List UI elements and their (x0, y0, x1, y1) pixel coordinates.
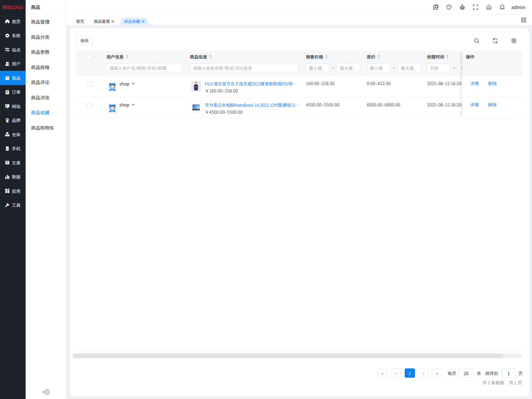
row-checkbox[interactable] (87, 81, 92, 86)
refresh-icon[interactable] (492, 38, 498, 44)
original-price-value: 0.00-422.00 (367, 80, 391, 86)
column-header-product[interactable]: 商品信息 (190, 54, 212, 60)
tab-product-manage[interactable]: 商品管理 (90, 18, 118, 25)
submenu-item-product-comments[interactable]: 商品评论 (26, 75, 66, 90)
rail-item-mobile[interactable]: 手机 (0, 142, 26, 156)
rail-item-website[interactable]: 网站 (0, 99, 26, 113)
sale-price-value: 4500.00-5500.00 (306, 101, 339, 108)
column-header-created-time[interactable]: 创建时间 (427, 54, 449, 60)
rail-item-system[interactable]: 系统 (0, 29, 26, 43)
created-start-input[interactable] (427, 64, 451, 72)
table-tools (474, 38, 517, 44)
home-icon[interactable] (486, 4, 492, 10)
tab-list-icon[interactable] (521, 17, 526, 23)
product-image-laptop (191, 102, 201, 113)
submenu-item-product-category[interactable]: 商品分类 (26, 30, 66, 45)
submenu-item-product-favorites[interactable]: 商品收藏 (26, 105, 66, 120)
original-price-min-input[interactable] (367, 64, 390, 72)
user-filter-input[interactable] (106, 64, 182, 72)
settings-icon[interactable] (511, 38, 517, 44)
chevron-down-icon[interactable] (132, 104, 135, 106)
collapse-sidebar-button[interactable] (43, 389, 50, 395)
sale-price-max-input[interactable] (337, 64, 360, 72)
rail-item-products[interactable]: 商品 (0, 71, 26, 85)
rail-item-label: 首页 (12, 19, 20, 24)
product-image-dress (191, 81, 201, 91)
detail-link[interactable]: 详情 (470, 101, 479, 108)
last-page-button[interactable]: » (432, 368, 442, 378)
palette-icon[interactable] (446, 4, 452, 10)
prev-page-button[interactable]: ‹ (391, 368, 401, 378)
tab-product-favorites[interactable]: 商品收藏 (121, 18, 148, 25)
rail-item-brand[interactable]: 品牌 (0, 113, 26, 128)
sort-carets-icon[interactable] (209, 55, 212, 59)
next-page-button[interactable]: › (418, 368, 429, 378)
delete-link[interactable]: 删除 (488, 101, 497, 108)
translate-icon[interactable] (433, 4, 439, 10)
secondary-sidebar: 商品 商品管理 商品分类 商品参数 商品规格 商品评论 商品浏览 商品收藏 商品… (26, 0, 66, 399)
total-pages-label: 共 1 页 (509, 379, 522, 386)
sort-carets-icon[interactable] (126, 55, 128, 59)
rail-item-label: 数据 (12, 175, 20, 179)
submenu-item-product-manage[interactable]: 商品管理 (26, 14, 66, 30)
rail-item-articles[interactable]: 文章 (0, 156, 26, 170)
select-all-checkbox[interactable] (87, 54, 92, 60)
column-header-user[interactable]: 用户信息 (106, 54, 128, 60)
page-1-button[interactable]: 1 (405, 368, 415, 378)
original-price-max-input[interactable] (398, 64, 421, 72)
row-actions: 详情 删除 (462, 97, 522, 119)
submenu-item-product-cart[interactable]: 商品购物车 (26, 120, 66, 136)
detail-link[interactable]: 详情 (470, 80, 479, 86)
product-link[interactable]: 华为笔记本电脑MateBook 14 2023 13代酷睿版 i5… (205, 102, 299, 108)
column-header-sale-price[interactable]: 销售价格 (306, 54, 328, 60)
submenu-item-product-params[interactable]: 商品参数 (26, 45, 66, 60)
delete-link[interactable]: 删除 (488, 80, 497, 86)
search-icon[interactable] (474, 38, 479, 44)
per-page-label: 每页 (448, 370, 456, 376)
row-username: shop (119, 102, 129, 107)
rail-item-data[interactable]: 数据 (0, 170, 26, 184)
rail-item-label: 工具 (12, 203, 20, 207)
rail-item-label: 网站 (12, 104, 20, 108)
sale-price-min-input[interactable] (306, 64, 330, 72)
close-icon[interactable] (111, 20, 114, 23)
horizontal-scrollbar[interactable] (72, 353, 522, 358)
row-actions: 详情 删除 (462, 76, 522, 97)
rail-item-apps[interactable]: 应用 (0, 184, 26, 198)
main-area: admin 首页 商品管理 商品收藏 删除 (66, 0, 532, 399)
page-content: 删除 用户信息 商品信息 (66, 25, 532, 399)
per-page-input[interactable] (459, 368, 473, 378)
column-header-original-price[interactable]: 原价 (367, 54, 380, 60)
product-price: ¥160.00-258.00 (205, 87, 238, 94)
sort-carets-icon[interactable] (446, 55, 449, 59)
sort-carets-icon[interactable] (325, 55, 328, 59)
user-icon (5, 62, 10, 66)
rail-item-home[interactable]: 首页 (0, 14, 26, 29)
chevron-down-icon[interactable] (132, 82, 135, 84)
sort-carets-icon[interactable] (377, 55, 380, 59)
user-avatar (107, 102, 118, 113)
first-page-button[interactable]: « (377, 368, 388, 378)
row-checkbox[interactable] (87, 102, 92, 108)
batch-delete-button[interactable]: 删除 (76, 35, 93, 45)
rail-item-users[interactable]: 用户 (0, 57, 26, 71)
site-logo[interactable]: 网站LOGO (0, 0, 26, 14)
rail-item-warehouse[interactable]: 仓库 (0, 127, 26, 142)
rail-item-tools[interactable]: 工具 (0, 198, 26, 212)
submenu-item-product-specs[interactable]: 商品规格 (26, 60, 66, 75)
rail-item-orders[interactable]: 订单 (0, 85, 26, 99)
clean-brush-icon[interactable] (460, 4, 465, 10)
submenu-item-product-views[interactable]: 商品浏览 (26, 90, 66, 105)
jump-label: 跳转到 (485, 370, 498, 376)
jump-page-input[interactable] (501, 368, 516, 378)
scrollbar-thumb[interactable] (72, 353, 503, 358)
bell-icon[interactable] (499, 4, 505, 10)
fullscreen-icon[interactable] (473, 4, 478, 10)
product-filter-input[interactable] (190, 64, 298, 72)
rail-item-site[interactable]: 站点 (0, 43, 26, 57)
user-menu[interactable]: admin (511, 0, 525, 14)
close-icon[interactable] (142, 20, 145, 23)
tab-home[interactable]: 首页 (73, 18, 87, 25)
product-link[interactable]: FILA 斐乐官方女子连衣裙2023夏季新款简约V领… (205, 80, 296, 87)
table-row: shop FILA 斐乐官方女子连衣裙2023夏季新款简约V领… ¥160.00… (76, 76, 522, 97)
